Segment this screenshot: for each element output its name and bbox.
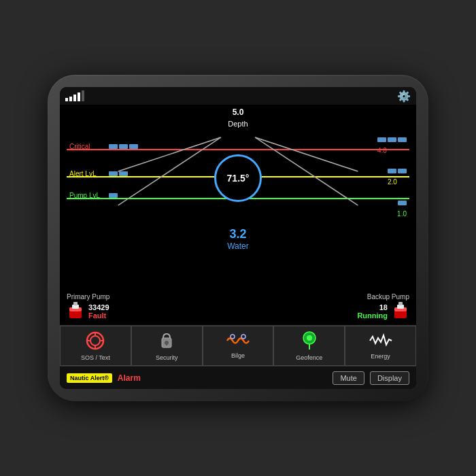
pump-ticks xyxy=(109,193,118,198)
mute-button[interactable]: Mute xyxy=(333,371,364,385)
depth-label: Depth xyxy=(67,120,409,128)
bilge-icon xyxy=(226,333,250,351)
pump-area: Primary Pump 33429 Fault xyxy=(60,289,416,325)
pump-label: Pump LvL xyxy=(69,192,106,199)
brand-text: Nautic Alert® xyxy=(70,375,109,381)
primary-pump-title: Primary Pump xyxy=(67,293,109,301)
bottom-bar: Nautic Alert® Alarm Mute Display xyxy=(60,366,416,389)
primary-pump: Primary Pump 33429 Fault xyxy=(67,293,109,321)
gauge-area: 5.0 Depth xyxy=(60,105,416,289)
primary-pump-icon xyxy=(67,302,84,321)
gauge-display: Critical Alert LvL xyxy=(67,131,409,226)
svg-line-5 xyxy=(255,137,358,171)
screen: ⚙️ 5.0 Depth xyxy=(60,87,416,389)
svg-point-24 xyxy=(231,335,235,339)
geofence-label: Geofence xyxy=(296,354,322,361)
nav-btn-security[interactable]: Security xyxy=(131,326,203,366)
alert-ticks xyxy=(109,171,128,176)
svg-rect-10 xyxy=(73,302,78,305)
depth-value: 5.0 xyxy=(233,107,244,117)
sos-label: SOS / Text xyxy=(81,354,110,361)
nav-btn-sos[interactable]: SOS / Text xyxy=(60,326,131,366)
geofence-icon xyxy=(301,331,318,353)
svg-point-27 xyxy=(307,335,312,341)
settings-icon[interactable]: ⚙️ xyxy=(397,90,411,103)
backup-pump-number: 18 xyxy=(357,303,388,311)
critical-ticks xyxy=(109,144,138,149)
svg-point-16 xyxy=(90,336,100,345)
svg-line-6 xyxy=(255,137,358,205)
temperature-gauge: 71.5° xyxy=(214,154,262,202)
security-icon xyxy=(158,331,175,353)
svg-point-25 xyxy=(241,335,245,339)
bilge-label: Bilge xyxy=(231,352,245,359)
nav-btn-geofence[interactable]: Geofence xyxy=(273,326,345,366)
device-shell: ⚙️ 5.0 Depth xyxy=(48,75,428,401)
sos-icon xyxy=(86,331,105,353)
backup-pump: Backup Pump 18 Running xyxy=(357,293,409,321)
water-value: 3.2 xyxy=(67,227,409,241)
energy-label: Energy xyxy=(371,353,390,360)
water-section: 3.2 Water xyxy=(67,226,409,252)
backup-pump-title: Backup Pump xyxy=(367,293,409,301)
left-gauge-labels: Critical Alert LvL xyxy=(69,131,178,226)
alert-value: 2.0 xyxy=(388,178,397,186)
nav-btn-bilge[interactable]: Bilge xyxy=(203,326,274,366)
right-gauge-values: 4.0 2.0 1.0 xyxy=(379,131,407,226)
alarm-label: Alarm xyxy=(118,373,328,383)
signal-icon xyxy=(65,90,84,101)
alert-label: Alert LvL xyxy=(69,170,106,177)
primary-pump-number: 33429 xyxy=(88,303,109,311)
nav-buttons: SOS / Text Security xyxy=(60,325,416,366)
critical-value: 4.0 xyxy=(377,147,387,154)
energy-icon xyxy=(369,333,393,352)
backup-pump-status: Running xyxy=(357,311,388,320)
svg-rect-23 xyxy=(166,343,167,345)
primary-pump-status: Fault xyxy=(88,311,109,320)
brand-logo: Nautic Alert® xyxy=(67,373,112,383)
svg-rect-14 xyxy=(398,302,403,305)
nav-btn-energy[interactable]: Energy xyxy=(345,326,416,366)
critical-label: Critical xyxy=(69,143,106,150)
pump-value: 1.0 xyxy=(397,210,407,218)
water-label: Water xyxy=(67,241,409,251)
temperature-value: 71.5° xyxy=(227,173,250,184)
backup-pump-icon xyxy=(392,302,409,321)
status-bar: ⚙️ xyxy=(60,87,416,105)
display-button[interactable]: Display xyxy=(370,371,409,385)
security-label: Security xyxy=(156,354,178,361)
